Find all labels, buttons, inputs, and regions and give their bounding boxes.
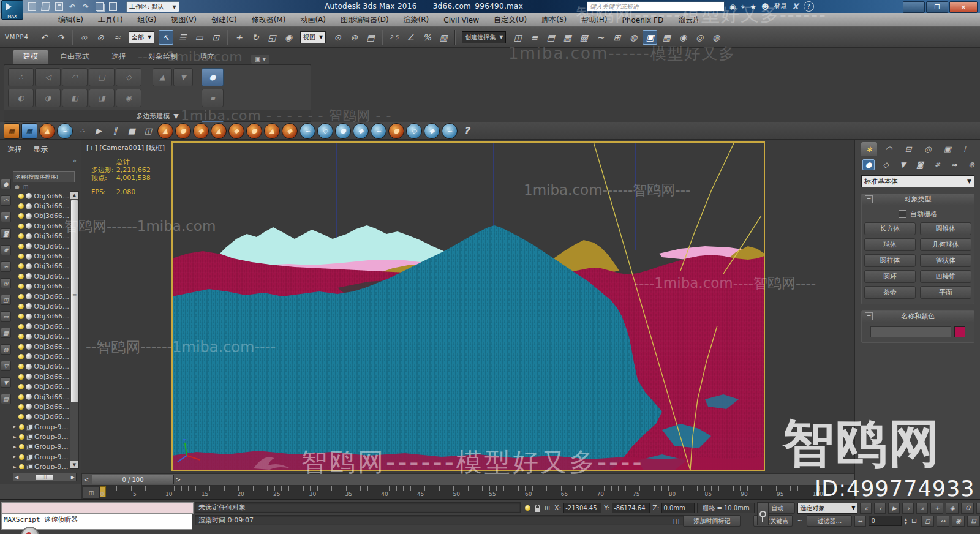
list-item-object[interactable]: Obj3d66… (13, 241, 69, 251)
visibility-bulb-icon[interactable] (18, 414, 24, 419)
visibility-bulb-icon[interactable] (19, 464, 24, 469)
close-button[interactable]: × (949, 1, 978, 13)
select-move-icon[interactable]: + (232, 30, 246, 45)
search-input[interactable]: 键入关键字或短语 (587, 1, 725, 12)
material-editor-icon[interactable]: ◍ (626, 30, 641, 45)
polygon-mode-icon[interactable]: □ (89, 68, 115, 86)
visibility-bulb-icon[interactable] (18, 334, 24, 339)
subcat-systems[interactable]: ⊛ (965, 159, 978, 170)
visibility-bulb-icon[interactable] (18, 203, 24, 209)
primitive-button[interactable]: 管状体 (920, 254, 971, 267)
stop-sim-button[interactable]: ■ (124, 124, 139, 138)
select-rotate-icon[interactable]: ↻ (248, 30, 263, 45)
explorer-vertical-scrollbar[interactable]: ▲ ▼ (70, 191, 79, 469)
collapse-up-icon[interactable]: ▲ (153, 68, 172, 86)
login-link[interactable]: 登录 (774, 2, 788, 11)
primitive-button[interactable]: 茶壶 (864, 286, 916, 299)
list-item-object[interactable]: Obj3d66… (13, 221, 69, 231)
ribbon-tab[interactable]: 填充 (190, 50, 224, 64)
snap-toggle-icon[interactable]: 2.5 (386, 30, 401, 45)
ribbon-show-panels-icon[interactable]: ▣ ▾ (251, 55, 270, 64)
key-mode-toggle[interactable]: ↔ (854, 516, 866, 527)
explorer-tab-display[interactable]: 显示 (33, 145, 48, 155)
primitive-button[interactable]: 球体 (864, 238, 916, 251)
communication-center-icon[interactable]: ⌖ (741, 3, 745, 10)
set-keys-button[interactable] (757, 502, 769, 525)
display-groups-icon[interactable]: ⊞ (1, 278, 11, 288)
camera-viewport[interactable]: z [+] [Camera001] [线框] 总计 多边形:2,210,662 … (81, 140, 854, 473)
tab-create[interactable]: ∗ (861, 142, 877, 156)
scene-explorer-icon[interactable]: ▩ (576, 30, 591, 45)
phoenix-help-button[interactable]: ? (459, 124, 474, 138)
spinner-snap-icon[interactable]: ▥ (436, 30, 451, 45)
time-slider[interactable]: < 0 / 100 > (81, 473, 854, 486)
time-configuration-icon[interactable]: ⊡ (910, 516, 919, 525)
visibility-bulb-icon[interactable] (18, 394, 24, 400)
menu-item[interactable]: 动画(A) (293, 13, 333, 26)
list-item-object[interactable]: Obj3d66… (13, 282, 69, 291)
restore-button[interactable]: ❐ (926, 1, 948, 13)
visibility-bulb-icon[interactable] (18, 324, 24, 329)
visibility-bulb-icon[interactable] (18, 364, 24, 369)
visibility-bulb-icon[interactable] (18, 263, 24, 269)
redo-icon[interactable]: ↷ (53, 30, 68, 45)
expand-triangle-icon[interactable]: ▶ (13, 424, 17, 429)
panel-caption[interactable]: 多边形建模▼ (4, 110, 311, 121)
copy-time-tag-icon[interactable]: ◫ (671, 516, 680, 525)
zoom-all-icon[interactable]: + (930, 503, 943, 514)
favorites-star-icon[interactable]: ★ (750, 3, 756, 10)
search-binoculars-icon[interactable]: ◉ (729, 3, 736, 10)
pin-stack-icon[interactable]: ▪ (202, 89, 224, 107)
explorer-tab-select[interactable]: 选择 (7, 145, 22, 155)
display-containers-icon[interactable]: ▦ (1, 328, 11, 338)
fire-dance-preset-icon[interactable]: ▲ (211, 123, 227, 139)
toggle-command-panel-icon[interactable]: ● (202, 68, 224, 86)
redo-icon[interactable]: ↷ (81, 2, 91, 11)
ocean-sim-icon[interactable]: ≈ (57, 123, 73, 139)
keyboard-override-icon[interactable]: ▤ (363, 30, 378, 45)
scroll-right-icon[interactable]: ▶ (71, 475, 75, 480)
absolute-mode-icon[interactable]: ⊞ (543, 503, 552, 513)
element-mode-icon[interactable]: ◇ (116, 68, 141, 86)
advanced-filter-icon[interactable]: ▼ (1, 377, 11, 388)
align-icon[interactable]: ≡ (527, 30, 541, 45)
display-spacewarps-icon[interactable]: ≈ (1, 261, 11, 272)
workspace-window-icon[interactable] (108, 2, 118, 11)
tab-motion[interactable]: ◎ (920, 142, 936, 156)
visibility-bulb-icon[interactable] (19, 434, 24, 440)
repeat-last-icon[interactable]: ◉ (116, 89, 141, 107)
menu-item[interactable]: 自定义(U) (487, 13, 533, 26)
scroll-down-icon[interactable]: ▼ (70, 461, 78, 468)
visibility-bulb-icon[interactable] (19, 454, 24, 460)
smoke-preset-icon[interactable]: ● (246, 123, 262, 139)
primitive-button[interactable]: 圆环 (864, 270, 916, 283)
visibility-bulb-icon[interactable] (18, 314, 24, 319)
trackbar-ruler[interactable] (102, 486, 825, 491)
pick-parent-icon[interactable]: ▤ (1, 394, 11, 404)
subcat-shapes[interactable]: ◇ (880, 159, 892, 170)
particle-sim-icon[interactable]: ∴ (75, 124, 89, 138)
cup-preview-icon[interactable]: ◫ (141, 124, 156, 138)
menu-item[interactable]: 修改器(M) (245, 13, 293, 26)
list-item-object[interactable]: Obj3d66… (13, 291, 69, 301)
new-file-icon[interactable] (27, 2, 37, 11)
selection-filter-dropdown[interactable]: 全部▼ (129, 31, 154, 43)
pan-icon[interactable]: ↔ (937, 516, 949, 527)
list-item-group[interactable]: ▶ Group-9… (13, 432, 69, 442)
list-item-object[interactable]: Obj3d66… (13, 342, 69, 352)
render-iterative-icon[interactable]: ◍ (709, 30, 723, 45)
tab-utilities[interactable]: ⊢ (959, 142, 975, 156)
ribbon-tab[interactable]: 自由形式 (50, 50, 99, 64)
scroll-up-icon[interactable]: ▲ (70, 192, 78, 199)
next-frame-arrow[interactable]: > (174, 476, 183, 483)
zoom-region-icon[interactable]: ◻ (921, 516, 934, 527)
preview-off-icon[interactable]: ◐ (8, 89, 34, 107)
list-item-object[interactable]: Obj3d66… (13, 251, 69, 261)
candle-preset-icon[interactable]: ▲ (264, 123, 280, 139)
graphite-ribbon-icon[interactable]: ▦ (560, 30, 575, 45)
menu-item[interactable]: 帮助(H) (575, 13, 614, 26)
visibility-bulb-icon[interactable] (18, 254, 24, 259)
explorer-sort-header[interactable]: 名称(按降序排序) (13, 171, 75, 182)
blood-preset-icon[interactable]: ● (388, 123, 404, 139)
add-time-tag-button[interactable]: 添加时间标记 (683, 515, 741, 527)
